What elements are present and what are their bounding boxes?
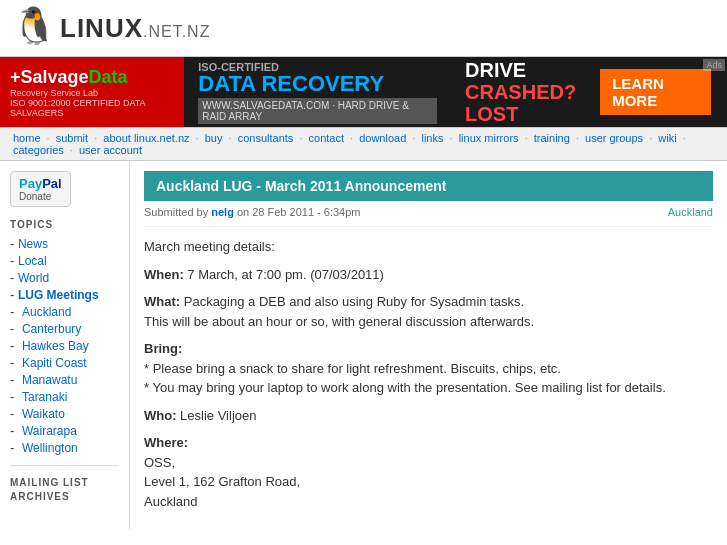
list-item: - Local — [10, 253, 119, 268]
bring-label: Bring: — [144, 341, 182, 356]
nav-user-account[interactable]: user account — [79, 144, 142, 156]
where-value: OSS,Level 1, 162 Grafton Road,Auckland — [144, 455, 300, 509]
nav-submit[interactable]: submit — [56, 132, 88, 144]
nav-about[interactable]: about linux.net.nz — [103, 132, 189, 144]
article-date: on 28 Feb 2011 - 6:34pm — [237, 206, 361, 218]
list-item: - Hawkes Bay — [10, 338, 119, 353]
topic-hawkes-bay[interactable]: Hawkes Bay — [22, 339, 89, 353]
content-area: Auckland LUG - March 2011 Announcement S… — [130, 161, 727, 529]
what-line2: This will be about an hour or so, with g… — [144, 314, 534, 329]
nav-home[interactable]: home — [13, 132, 41, 144]
topic-kapiti-coast[interactable]: Kapiti Coast — [22, 356, 87, 370]
list-item: - Waikato — [10, 406, 119, 421]
topics-title: TOPICS — [10, 219, 119, 230]
ad-learn-more[interactable]: LEARN MORE — [600, 69, 711, 115]
nav-download[interactable]: download — [359, 132, 406, 144]
article-body: March meeting details: When: 7 March, at… — [144, 237, 713, 511]
topic-world[interactable]: World — [18, 271, 49, 285]
sidebar-divider — [10, 465, 119, 466]
nav-links[interactable]: links — [421, 132, 443, 144]
topic-taranaki[interactable]: Taranaki — [22, 390, 67, 404]
ad-banner[interactable]: +SalvageData Recovery Service Lab ISO 90… — [0, 57, 727, 127]
list-item: - Taranaki — [10, 389, 119, 404]
ad-brand: +SalvageData — [10, 67, 174, 88]
nav-bar: home · submit · about linux.net.nz · buy… — [0, 127, 727, 161]
list-item: - Wellington — [10, 440, 119, 455]
submitted-label: Submitted by — [144, 206, 208, 218]
paypal-logo: PayPal — [19, 176, 62, 191]
ad-hard-drive: HARD DRIVECRASHED?LOST DATA? — [465, 57, 576, 127]
where-label: Where: — [144, 435, 188, 450]
bring-item-1: * Please bring a snack to share for ligh… — [144, 361, 561, 376]
nav-linux-mirrors[interactable]: linux mirrors — [459, 132, 519, 144]
nav-consultants[interactable]: consultants — [238, 132, 294, 144]
article-author[interactable]: nelg — [211, 206, 234, 218]
main-layout: PayPal Donate TOPICS - News - Local - Wo… — [0, 161, 727, 529]
article-meta: Submitted by nelg on 28 Feb 2011 - 6:34p… — [144, 201, 713, 227]
list-item: - Canterbury — [10, 321, 119, 336]
when-label: When: — [144, 267, 184, 282]
article-intro: March meeting details: — [144, 237, 713, 257]
topic-manawatu[interactable]: Manawatu — [22, 373, 77, 387]
logo-linux: LINUX — [60, 13, 143, 43]
list-item: - Kapiti Coast — [10, 355, 119, 370]
article-who: Who: Leslie Viljoen — [144, 406, 713, 426]
ad-left-section: +SalvageData Recovery Service Lab ISO 90… — [0, 57, 184, 127]
topic-lug-meetings[interactable]: LUG Meetings — [18, 288, 99, 302]
sidebar: PayPal Donate TOPICS - News - Local - Wo… — [0, 161, 130, 529]
ad-middle-section: ISO-CERTIFIED DATA RECOVERY WWW.SALVAGED… — [184, 57, 451, 127]
topic-wairarapa[interactable]: Wairarapa — [22, 424, 77, 438]
ad-sub1: Recovery Service Lab — [10, 88, 174, 98]
when-value: 7 March, at 7:00 pm. (07/03/2011) — [187, 267, 384, 282]
topics-list: - News - Local - World - LUG Meetings - … — [10, 236, 119, 455]
bring-item-2: * You may bring your laptop to work alon… — [144, 380, 666, 395]
paypal-donate-button[interactable]: PayPal Donate — [10, 171, 71, 207]
topic-wellington[interactable]: Wellington — [22, 441, 78, 455]
nav-contact[interactable]: contact — [309, 132, 344, 144]
list-item: - Wairarapa — [10, 423, 119, 438]
list-item: - LUG Meetings — [10, 287, 119, 302]
what-value: Packaging a DEB and also using Ruby for … — [184, 294, 524, 309]
nav-categories[interactable]: categories — [13, 144, 64, 156]
mailing-list-title: MAILING LISTARCHIVES — [10, 476, 119, 504]
list-item: - News — [10, 236, 119, 251]
what-label: What: — [144, 294, 180, 309]
site-header: 🐧 LINUX.net.nz — [0, 0, 727, 57]
nav-buy[interactable]: buy — [205, 132, 223, 144]
list-item: - Manawatu — [10, 372, 119, 387]
nav-wiki[interactable]: wiki — [658, 132, 676, 144]
ad-sub2: ISO 9001:2000 CERTIFIED DATA SALVAGERS — [10, 98, 174, 118]
topic-local[interactable]: Local — [18, 254, 47, 268]
topic-news[interactable]: News — [18, 237, 48, 251]
paypal-donate-label: Donate — [19, 191, 62, 202]
site-logo[interactable]: LINUX.net.nz — [60, 13, 210, 44]
who-label: Who: — [144, 408, 176, 423]
article-what: What: Packaging a DEB and also using Rub… — [144, 292, 713, 331]
topic-canterbury[interactable]: Canterbury — [22, 322, 81, 336]
ad-bottom-text: WWW.SALVAGEDATA.COM · HARD DRIVE & RAID … — [198, 98, 437, 124]
ad-data-recovery: DATA RECOVERY — [198, 73, 437, 95]
topic-waikato[interactable]: Waikato — [22, 407, 65, 421]
logo-icon: 🐧 — [12, 8, 52, 48]
topic-auckland[interactable]: Auckland — [22, 305, 71, 319]
article-bring: Bring: * Please bring a snack to share f… — [144, 339, 713, 398]
article-title: Auckland LUG - March 2011 Announcement — [144, 171, 713, 201]
nav-user-groups[interactable]: user groups — [585, 132, 643, 144]
article-location: Auckland — [668, 206, 713, 218]
article-when: When: 7 March, at 7:00 pm. (07/03/2011) — [144, 265, 713, 285]
who-value: Leslie Viljoen — [180, 408, 256, 423]
list-item: - World — [10, 270, 119, 285]
article-submitted: Submitted by nelg on 28 Feb 2011 - 6:34p… — [144, 206, 360, 218]
ad-right-section: HARD DRIVECRASHED?LOST DATA? — [451, 57, 590, 127]
ad-badge: Ads — [703, 59, 725, 71]
nav-training[interactable]: training — [534, 132, 570, 144]
article-where: Where: OSS,Level 1, 162 Grafton Road,Auc… — [144, 433, 713, 511]
logo-suffix: .net.nz — [143, 23, 210, 40]
list-item: - Auckland — [10, 304, 119, 319]
